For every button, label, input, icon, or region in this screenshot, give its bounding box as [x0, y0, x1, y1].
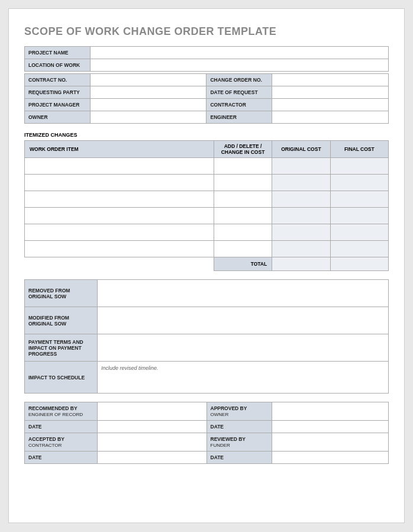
col-final-cost: FINAL COST	[330, 141, 388, 158]
total-final[interactable]	[330, 257, 388, 271]
label-removed-sow: REMOVED FROM ORIGINAL SOW	[25, 280, 98, 307]
col-change: ADD / DELETE / CHANGE IN COST	[214, 141, 272, 158]
value-project-name[interactable]	[90, 47, 388, 59]
value-date-1b[interactable]	[272, 421, 389, 433]
label-reviewed-by: REVIEWED BY FUNDER	[206, 433, 272, 452]
value-modified-sow[interactable]	[98, 307, 389, 334]
value-engineer[interactable]	[272, 111, 389, 124]
cell-original[interactable]	[272, 208, 330, 224]
approvals-table: RECOMMENDED BY ENGINEER OF RECORD APPROV…	[24, 402, 389, 464]
info-table-grid: CONTRACT NO. CHANGE ORDER NO. REQUESTING…	[24, 73, 389, 124]
page: SCOPE OF WORK CHANGE ORDER TEMPLATE PROJ…	[8, 8, 405, 523]
label-contractor: CONTRACTOR	[206, 99, 272, 111]
label-change-order-no: CHANGE ORDER NO.	[206, 74, 272, 86]
cell-final[interactable]	[330, 241, 388, 257]
value-owner[interactable]	[90, 111, 206, 124]
table-row	[25, 224, 389, 241]
label-owner: OWNER	[25, 111, 91, 124]
value-requesting-party[interactable]	[90, 86, 206, 99]
cell-item[interactable]	[25, 158, 214, 175]
itemized-changes-table: WORK ORDER ITEM ADD / DELETE / CHANGE IN…	[24, 140, 389, 271]
cell-change[interactable]	[214, 241, 272, 257]
value-approved-by[interactable]	[272, 402, 389, 421]
total-original[interactable]	[272, 257, 330, 271]
table-row	[25, 241, 389, 257]
label-location: LOCATION OF WORK	[25, 59, 91, 72]
cell-original[interactable]	[272, 175, 330, 191]
table-row	[25, 175, 389, 191]
cell-change[interactable]	[214, 175, 272, 191]
cell-item[interactable]	[25, 175, 214, 191]
col-original-cost: ORIGINAL COST	[272, 141, 330, 158]
value-contractor[interactable]	[272, 99, 389, 111]
reviewed-lbl-text: REVIEWED BY	[211, 436, 246, 442]
recommended-sub-text: ENGINEER OF RECORD	[28, 412, 93, 417]
label-project-name: PROJECT NAME	[25, 47, 91, 59]
label-date-of-request: DATE OF REQUEST	[206, 86, 272, 99]
cell-original[interactable]	[272, 158, 330, 175]
accepted-lbl-text: ACCEPTED BY	[28, 436, 64, 442]
cell-final[interactable]	[330, 175, 388, 191]
value-recommended-by[interactable]	[98, 402, 207, 421]
cell-change[interactable]	[214, 224, 272, 241]
cell-item[interactable]	[25, 191, 214, 208]
cell-item[interactable]	[25, 224, 214, 241]
cell-original[interactable]	[272, 241, 330, 257]
recommended-lbl-text: RECOMMENDED BY	[28, 405, 78, 411]
label-modified-sow: MODIFIED FROM ORIGINAL SOW	[25, 307, 98, 334]
label-requesting-party: REQUESTING PARTY	[25, 86, 91, 99]
value-payment-terms[interactable]	[98, 334, 389, 362]
label-date-1b: DATE	[206, 421, 272, 433]
value-date-1a[interactable]	[98, 421, 207, 433]
reviewed-sub-text: FUNDER	[211, 443, 269, 448]
label-date-2b: DATE	[206, 452, 272, 464]
label-accepted-by: ACCEPTED BY CONTRACTOR	[25, 433, 98, 452]
label-engineer: ENGINEER	[206, 111, 272, 124]
cell-final[interactable]	[330, 158, 388, 175]
value-date-2b[interactable]	[272, 452, 389, 464]
spacer-cell	[25, 257, 214, 271]
label-recommended-by: RECOMMENDED BY ENGINEER OF RECORD	[25, 402, 98, 421]
table-row	[25, 191, 389, 208]
itemized-changes-heading: ITEMIZED CHANGES	[24, 132, 389, 138]
table-row	[25, 158, 389, 175]
value-reviewed-by[interactable]	[272, 433, 389, 452]
value-impact-schedule[interactable]: Include revised timeline.	[98, 362, 389, 394]
page-title: SCOPE OF WORK CHANGE ORDER TEMPLATE	[24, 25, 389, 38]
value-accepted-by[interactable]	[98, 433, 207, 452]
cell-final[interactable]	[330, 191, 388, 208]
value-change-order-no[interactable]	[272, 74, 389, 86]
schedule-hint: Include revised timeline.	[101, 365, 159, 371]
total-label: TOTAL	[214, 257, 272, 271]
cell-final[interactable]	[330, 224, 388, 241]
approved-sub-text: OWNER	[211, 412, 269, 417]
table-row	[25, 208, 389, 224]
accepted-sub-text: CONTRACTOR	[28, 443, 93, 448]
info-table-top: PROJECT NAME LOCATION OF WORK	[24, 46, 389, 72]
cell-item[interactable]	[25, 241, 214, 257]
cell-original[interactable]	[272, 191, 330, 208]
label-impact-schedule: IMPACT TO SCHEDULE	[25, 362, 98, 394]
approved-lbl-text: APPROVED BY	[211, 405, 247, 411]
label-project-manager: PROJECT MANAGER	[25, 99, 91, 111]
descriptions-table: REMOVED FROM ORIGINAL SOW MODIFIED FROM …	[24, 279, 389, 394]
value-date-of-request[interactable]	[272, 86, 389, 99]
value-location[interactable]	[90, 59, 388, 72]
label-payment-terms: PAYMENT TERMS AND IMPACT ON PAYMENT PROG…	[25, 334, 98, 362]
col-work-order-item: WORK ORDER ITEM	[25, 141, 214, 158]
value-removed-sow[interactable]	[98, 280, 389, 307]
label-date-2a: DATE	[25, 452, 98, 464]
value-contract-no[interactable]	[90, 74, 206, 86]
cell-item[interactable]	[25, 208, 214, 224]
cell-change[interactable]	[214, 208, 272, 224]
cell-change[interactable]	[214, 158, 272, 175]
cell-original[interactable]	[272, 224, 330, 241]
label-date-1a: DATE	[25, 421, 98, 433]
label-contract-no: CONTRACT NO.	[25, 74, 91, 86]
label-approved-by: APPROVED BY OWNER	[206, 402, 272, 421]
cell-change[interactable]	[214, 191, 272, 208]
value-date-2a[interactable]	[98, 452, 207, 464]
value-project-manager[interactable]	[90, 99, 206, 111]
cell-final[interactable]	[330, 208, 388, 224]
